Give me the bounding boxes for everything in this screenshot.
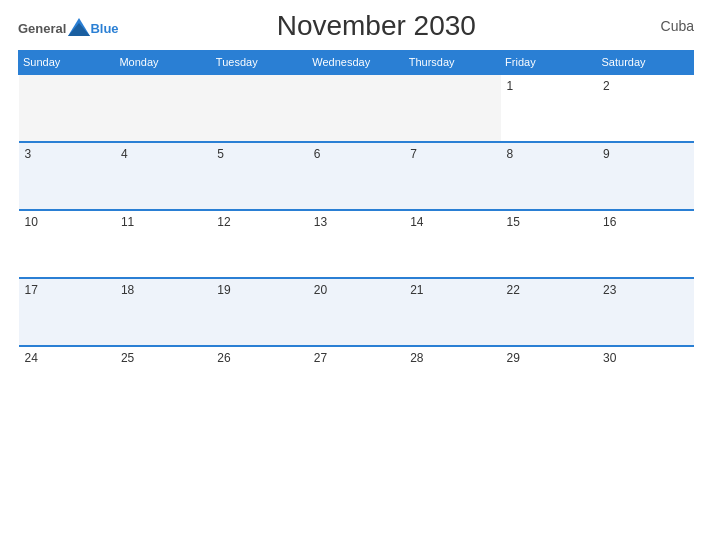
calendar-week-row: 17181920212223 xyxy=(19,278,694,346)
calendar-day-cell: 14 xyxy=(404,210,500,278)
calendar-day-cell: 10 xyxy=(19,210,115,278)
day-number: 2 xyxy=(603,79,610,93)
day-number: 10 xyxy=(25,215,38,229)
calendar-day-cell xyxy=(19,74,115,142)
day-number: 29 xyxy=(507,351,520,365)
day-number: 30 xyxy=(603,351,616,365)
day-number: 6 xyxy=(314,147,321,161)
calendar-day-cell xyxy=(404,74,500,142)
calendar-day-cell: 5 xyxy=(211,142,307,210)
day-number: 26 xyxy=(217,351,230,365)
day-number: 7 xyxy=(410,147,417,161)
calendar-day-cell: 3 xyxy=(19,142,115,210)
day-number: 13 xyxy=(314,215,327,229)
calendar-day-cell: 12 xyxy=(211,210,307,278)
calendar-day-cell: 8 xyxy=(501,142,597,210)
col-thursday: Thursday xyxy=(404,51,500,75)
calendar-day-cell: 20 xyxy=(308,278,404,346)
day-number: 12 xyxy=(217,215,230,229)
calendar-day-cell: 17 xyxy=(19,278,115,346)
day-number: 11 xyxy=(121,215,134,229)
calendar-day-cell: 4 xyxy=(115,142,211,210)
calendar-day-cell: 30 xyxy=(597,346,693,414)
calendar-day-cell: 6 xyxy=(308,142,404,210)
day-number: 17 xyxy=(25,283,38,297)
day-number: 8 xyxy=(507,147,514,161)
day-number: 5 xyxy=(217,147,224,161)
calendar-day-cell: 29 xyxy=(501,346,597,414)
logo-icon xyxy=(68,18,90,36)
day-number: 27 xyxy=(314,351,327,365)
logo-blue-text: Blue xyxy=(90,22,118,35)
day-number: 20 xyxy=(314,283,327,297)
calendar-day-cell: 22 xyxy=(501,278,597,346)
calendar-header-row: Sunday Monday Tuesday Wednesday Thursday… xyxy=(19,51,694,75)
day-number: 3 xyxy=(25,147,32,161)
calendar-week-row: 10111213141516 xyxy=(19,210,694,278)
day-number: 16 xyxy=(603,215,616,229)
calendar-day-cell: 27 xyxy=(308,346,404,414)
page: General Blue November 2030 Cuba Sunday M… xyxy=(0,0,712,550)
calendar-day-cell: 2 xyxy=(597,74,693,142)
svg-marker-1 xyxy=(68,23,90,36)
calendar-day-cell: 18 xyxy=(115,278,211,346)
calendar-day-cell: 23 xyxy=(597,278,693,346)
header: General Blue November 2030 Cuba xyxy=(18,10,694,42)
day-number: 14 xyxy=(410,215,423,229)
day-number: 23 xyxy=(603,283,616,297)
calendar-week-row: 3456789 xyxy=(19,142,694,210)
logo-general-text: General xyxy=(18,22,66,35)
day-number: 15 xyxy=(507,215,520,229)
day-number: 1 xyxy=(507,79,514,93)
country-label: Cuba xyxy=(634,18,694,34)
day-number: 28 xyxy=(410,351,423,365)
calendar-day-cell: 1 xyxy=(501,74,597,142)
calendar-day-cell: 26 xyxy=(211,346,307,414)
col-wednesday: Wednesday xyxy=(308,51,404,75)
calendar-day-cell: 28 xyxy=(404,346,500,414)
day-number: 18 xyxy=(121,283,134,297)
calendar-day-cell: 15 xyxy=(501,210,597,278)
calendar-day-cell: 11 xyxy=(115,210,211,278)
calendar-table: Sunday Monday Tuesday Wednesday Thursday… xyxy=(18,50,694,414)
col-saturday: Saturday xyxy=(597,51,693,75)
calendar-day-cell xyxy=(211,74,307,142)
col-sunday: Sunday xyxy=(19,51,115,75)
day-number: 25 xyxy=(121,351,134,365)
day-number: 21 xyxy=(410,283,423,297)
day-number: 4 xyxy=(121,147,128,161)
calendar-day-cell: 21 xyxy=(404,278,500,346)
calendar-day-cell: 16 xyxy=(597,210,693,278)
col-friday: Friday xyxy=(501,51,597,75)
calendar-day-cell xyxy=(115,74,211,142)
calendar-day-cell: 24 xyxy=(19,346,115,414)
col-tuesday: Tuesday xyxy=(211,51,307,75)
day-number: 9 xyxy=(603,147,610,161)
calendar-week-row: 24252627282930 xyxy=(19,346,694,414)
calendar-day-cell xyxy=(308,74,404,142)
day-number: 22 xyxy=(507,283,520,297)
calendar-day-cell: 7 xyxy=(404,142,500,210)
calendar-week-row: 12 xyxy=(19,74,694,142)
calendar-title: November 2030 xyxy=(119,10,634,42)
day-number: 19 xyxy=(217,283,230,297)
calendar-day-cell: 25 xyxy=(115,346,211,414)
col-monday: Monday xyxy=(115,51,211,75)
calendar-day-cell: 19 xyxy=(211,278,307,346)
logo: General Blue xyxy=(18,18,119,35)
calendar-day-cell: 13 xyxy=(308,210,404,278)
calendar-day-cell: 9 xyxy=(597,142,693,210)
day-number: 24 xyxy=(25,351,38,365)
